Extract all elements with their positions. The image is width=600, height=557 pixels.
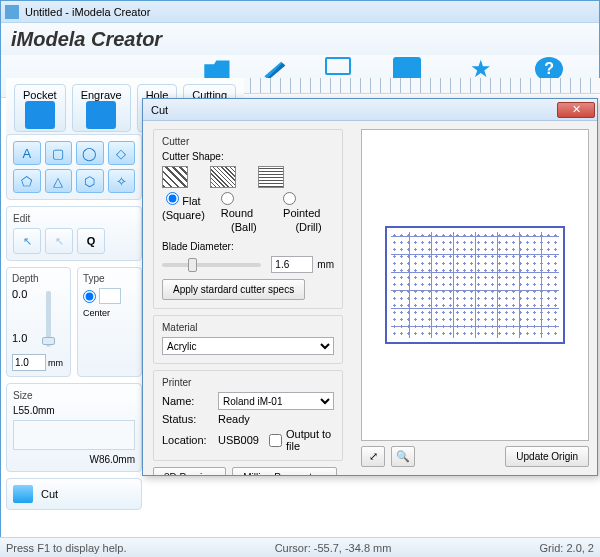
app-icon (5, 5, 19, 19)
center-label: Center (83, 308, 136, 318)
pocket-icon (25, 101, 55, 129)
window-title: Untitled - iModela Creator (25, 6, 150, 18)
depth-unit: mm (48, 358, 63, 368)
printer-fieldset: Printer Name: Roland iM-01 Status: Ready… (153, 370, 343, 461)
blade-unit: mm (317, 259, 334, 270)
size-title: Size (13, 390, 135, 401)
radio-flat[interactable]: Flat(Square) (162, 192, 205, 233)
magnifier-icon: 🔍 (396, 450, 410, 463)
pcb-preview (385, 226, 565, 344)
fit-icon: ⤢ (369, 450, 378, 463)
cutter-fieldset: Cutter Cutter Shape: Flat(Square) Round(… (153, 129, 343, 309)
printer-loc-label: Location: (162, 434, 212, 446)
zoom-button[interactable]: 🔍 (391, 446, 415, 467)
update-origin-button[interactable]: Update Origin (505, 446, 589, 467)
size-panel: Size L55.0mm W86.0mm (6, 383, 142, 472)
depth-panel: Depth 0.01.0 mm (6, 267, 71, 377)
engrave-icon (86, 101, 116, 129)
blade-label: Blade Diameter: (162, 241, 334, 252)
preview-3d-button[interactable]: 3D Preview (153, 467, 226, 475)
status-help: Press F1 to display help. (6, 542, 126, 554)
cutter-shape-label: Cutter Shape: (162, 151, 334, 162)
edit-panel: Edit ↖ ↖ Q (6, 206, 142, 261)
shape-circle[interactable]: ◯ (76, 141, 104, 165)
radio-round-input[interactable] (221, 192, 234, 205)
cut-side-button[interactable]: Cut (6, 478, 142, 510)
radio-pointed[interactable]: Pointed(Drill) (283, 192, 334, 233)
radio-pointed-input[interactable] (283, 192, 296, 205)
tab-engrave-label: Engrave (81, 89, 122, 101)
apply-cutter-button[interactable]: Apply stardard cutter specs (162, 279, 305, 300)
cut-side-label: Cut (41, 488, 58, 500)
depth-type-row: Depth 0.01.0 mm Type Center (6, 267, 142, 377)
output-file-check[interactable]: Output to file (269, 428, 334, 452)
select-tool[interactable]: ↖ (13, 228, 41, 254)
tab-pocket[interactable]: Pocket (14, 84, 66, 132)
size-w: W86.0mm (13, 454, 135, 465)
close-icon: ✕ (572, 103, 581, 116)
printer-legend: Printer (162, 377, 334, 388)
type-radio[interactable] (83, 290, 96, 303)
cutter-swatch-flat[interactable] (162, 166, 188, 188)
depth-title: Depth (12, 273, 65, 284)
shapes-panel: A ▢ ◯ ◇ ⬠ △ ⬡ ✧ (6, 134, 142, 200)
depth-top: 0.0 (12, 288, 27, 300)
status-cursor: Cursor: -55.7, -34.8 mm (275, 542, 392, 554)
left-panel: A ▢ ◯ ◇ ⬠ △ ⬡ ✧ Edit ↖ ↖ Q Depth 0.01.0 … (6, 134, 142, 510)
zoom-tool[interactable]: Q (77, 228, 105, 254)
shape-star[interactable]: ✧ (108, 169, 136, 193)
shape-triangle[interactable]: △ (45, 169, 73, 193)
shape-diamond[interactable]: ◇ (108, 141, 136, 165)
dialog-left: Cutter Cutter Shape: Flat(Square) Round(… (143, 121, 353, 475)
slider-thumb[interactable] (42, 337, 55, 345)
radio-round[interactable]: Round(Ball) (221, 192, 267, 233)
depth-slider[interactable] (46, 291, 51, 347)
cut-dialog: Cut ✕ Cutter Cutter Shape: Flat(Square) … (142, 98, 598, 476)
material-fieldset: Material Acrylic (153, 315, 343, 364)
milling-params-button[interactable]: Milling Parameters (232, 467, 337, 475)
status-grid: Grid: 2.0, 2 (540, 542, 594, 554)
tab-engrave[interactable]: Engrave (72, 84, 131, 132)
printer-name-label: Name: (162, 395, 212, 407)
edit-title: Edit (13, 213, 135, 224)
dialog-titlebar[interactable]: Cut ✕ (143, 99, 597, 121)
tab-pocket-label: Pocket (23, 89, 57, 101)
cutter-swatch-pointed[interactable] (258, 166, 284, 188)
move-tool[interactable]: ↖ (45, 228, 73, 254)
printer-name-select[interactable]: Roland iM-01 (218, 392, 334, 410)
printer-status-label: Status: (162, 413, 212, 425)
material-legend: Material (162, 322, 334, 333)
dialog-close-button[interactable]: ✕ (557, 102, 595, 118)
cutter-legend: Cutter (162, 136, 334, 147)
app-logo: iModela Creator (11, 28, 162, 51)
depth-input[interactable] (12, 354, 46, 371)
cutter-swatch-round[interactable] (210, 166, 236, 188)
blade-slider-thumb[interactable] (188, 258, 197, 272)
logo-bar: iModela Creator (1, 23, 599, 55)
output-file-checkbox[interactable] (269, 434, 282, 447)
type-title: Type (83, 273, 136, 284)
depth-mid: 1.0 (12, 332, 27, 344)
monitor-icon (325, 57, 351, 75)
blade-input[interactable] (271, 256, 313, 273)
printer-loc-value: USB009 (218, 434, 259, 446)
dialog-title: Cut (151, 104, 168, 116)
dialog-right: ⤢ 🔍 Update Origin (353, 121, 597, 475)
radio-flat-input[interactable] (166, 192, 179, 205)
cut-icon (13, 485, 33, 503)
material-select[interactable]: Acrylic (162, 337, 334, 355)
type-rect-icon[interactable] (99, 288, 121, 304)
type-panel: Type Center (77, 267, 142, 377)
shape-rect[interactable]: ▢ (45, 141, 73, 165)
status-bar: Press F1 to display help. Cursor: -55.7,… (0, 537, 600, 557)
size-l: L55.0mm (13, 405, 135, 416)
shape-hexagon[interactable]: ⬡ (76, 169, 104, 193)
preview-pane (361, 129, 589, 441)
blade-slider[interactable] (162, 263, 261, 267)
shape-a[interactable]: A (13, 141, 41, 165)
shape-pentagon[interactable]: ⬠ (13, 169, 41, 193)
printer-status-value: Ready (218, 413, 334, 425)
main-titlebar[interactable]: Untitled - iModela Creator (1, 1, 599, 23)
fit-button[interactable]: ⤢ (361, 446, 385, 467)
